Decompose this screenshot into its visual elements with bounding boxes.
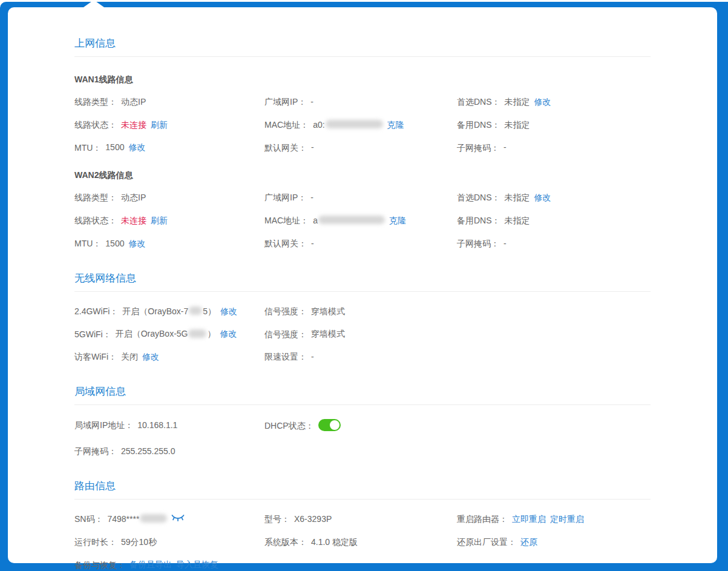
- section-title: 上网信息: [74, 38, 651, 50]
- wifi-5g-ssid-redacted: [188, 329, 206, 338]
- wan2-mtu-modify-link[interactable]: 修改: [128, 239, 145, 248]
- info-row: 线路状态：未连接刷新MAC地址：a克隆备用DNS：未指定: [74, 215, 651, 226]
- field-value: 关闭: [121, 352, 138, 361]
- info-row: 线路类型：动态IP广域网IP：-首选DNS：未指定修改: [74, 192, 651, 203]
- wan2-mac-clone-link[interactable]: 克隆: [389, 216, 406, 225]
- wan1-mtu-modify-link[interactable]: 修改: [128, 142, 145, 152]
- wan2-mac-redacted: [318, 216, 385, 224]
- info-field: MAC地址：a0:克隆: [264, 119, 457, 130]
- field-value: 穿墙模式: [311, 329, 345, 338]
- info-field: 子网掩码：-: [457, 142, 651, 153]
- field-label: 5GWiFi：: [74, 329, 111, 338]
- backup-export-link[interactable]: 备份且导出: [130, 559, 172, 569]
- info-field: SN码：7498****: [74, 513, 264, 524]
- wifi-24g-modify-link[interactable]: 修改: [220, 306, 237, 316]
- field-value: -: [311, 352, 314, 361]
- field-label: 首选DNS：: [457, 97, 500, 107]
- wan1-refresh-link[interactable]: 刷新: [151, 120, 168, 130]
- info-field: 限速设置：-: [264, 351, 651, 362]
- field-label: 备用DNS：: [457, 216, 500, 225]
- info-field: MTU：1500修改: [74, 142, 264, 153]
- field-label: 首选DNS：: [457, 193, 500, 202]
- group-subtitle: WAN2线路信息: [74, 170, 651, 180]
- field-value: 未指定: [505, 193, 530, 202]
- wan1-dns-modify-link[interactable]: 修改: [534, 97, 551, 107]
- dhcp-toggle[interactable]: [318, 419, 341, 431]
- sn-redacted: [140, 514, 167, 523]
- import-restore-link[interactable]: 导入且恢复: [176, 559, 218, 569]
- info-field: 局域网IP地址：10.168.1.1: [74, 420, 264, 431]
- info-row: SN码：7498****型号：X6-3293P重启路由器：立即重启定时重启: [74, 513, 651, 524]
- info-field: MAC地址：a克隆: [264, 215, 457, 226]
- field-value: 1500: [105, 142, 124, 152]
- reboot-schedule-link[interactable]: 定时重启: [550, 514, 584, 524]
- status-panel: 上网信息WAN1线路信息线路类型：动态IP广域网IP：-首选DNS：未指定修改线…: [8, 7, 717, 563]
- info-field: 系统版本：4.1.0 稳定版: [264, 536, 457, 547]
- section-lan-info: 局域网信息局域网IP地址：10.168.1.1DHCP状态：子网掩码：255.2…: [74, 386, 651, 457]
- info-field: 信号强度：穿墙模式: [264, 306, 651, 317]
- info-field: 线路类型：动态IP: [74, 192, 264, 203]
- field-value: -: [503, 142, 507, 152]
- info-field: 默认网关：-: [264, 142, 457, 153]
- wifi-5g-modify-link[interactable]: 修改: [220, 329, 237, 338]
- info-field: 子网掩码：255.255.255.0: [74, 446, 264, 457]
- field-value: a: [313, 216, 318, 225]
- info-field: 备用DNS：未指定: [457, 119, 651, 130]
- field-label: 信号强度：: [264, 306, 307, 316]
- sn-visibility-icon[interactable]: [171, 514, 185, 522]
- section-title: 无线网络信息: [74, 272, 651, 285]
- wan2-refresh-link[interactable]: 刷新: [151, 216, 168, 225]
- info-row: 2.4GWiFi：开启（OrayBox-75）修改信号强度：穿墙模式: [74, 306, 651, 317]
- field-label: 系统版本：: [264, 537, 307, 547]
- field-label: 子网掩码：: [74, 446, 117, 456]
- field-label: 广域网IP：: [264, 193, 306, 202]
- field-label: 信号强度：: [264, 329, 307, 338]
- section-divider: [74, 499, 651, 500]
- info-field: MTU：1500修改: [74, 238, 264, 249]
- field-label: 默认网关：: [264, 239, 307, 248]
- factory-reset-link[interactable]: 还原: [520, 537, 537, 547]
- info-field: 型号：X6-3293P: [264, 513, 457, 524]
- field-value: 穿墙模式: [311, 306, 345, 316]
- info-field: 线路类型：动态IP: [74, 96, 264, 107]
- wan1-mac-clone-link[interactable]: 克隆: [387, 120, 404, 130]
- info-field: 重启路由器：立即重启定时重启: [457, 513, 651, 524]
- field-label: MAC地址：: [264, 120, 309, 130]
- info-row: MTU：1500修改默认网关：-子网掩码：-: [74, 142, 651, 153]
- field-label: 重启路由器：: [457, 514, 508, 524]
- field-value: ）: [207, 329, 215, 338]
- section-title: 路由信息: [74, 480, 651, 492]
- reboot-now-link[interactable]: 立即重启: [512, 514, 546, 524]
- section-title: 局域网信息: [74, 386, 651, 398]
- info-field: 2.4GWiFi：开启（OrayBox-75）修改: [74, 306, 264, 317]
- info-row: 线路状态：未连接刷新MAC地址：a0:克隆备用DNS：未指定: [74, 119, 651, 130]
- group-subtitle: WAN1线路信息: [74, 74, 651, 84]
- field-label: DHCP状态：: [264, 421, 314, 431]
- field-value: 255.255.255.0: [121, 446, 175, 456]
- field-value: 10.168.1.1: [137, 420, 177, 430]
- guest-wifi-modify-link[interactable]: 修改: [142, 352, 159, 361]
- section-divider: [74, 56, 651, 57]
- field-label: 备份与恢复：: [74, 559, 125, 569]
- field-value: 1500: [105, 239, 124, 248]
- section-internet-info: 上网信息WAN1线路信息线路类型：动态IP广域网IP：-首选DNS：未指定修改线…: [74, 38, 651, 249]
- field-label: 还原出厂设置：: [457, 537, 516, 547]
- wan2-dns-modify-link[interactable]: 修改: [534, 193, 551, 202]
- info-row: 线路类型：动态IP广域网IP：-首选DNS：未指定修改: [74, 96, 651, 107]
- field-value: 动态IP: [121, 193, 146, 202]
- field-value: 未指定: [505, 97, 530, 107]
- field-value: X6-3293P: [294, 514, 332, 524]
- field-value: 7498****: [107, 514, 139, 524]
- field-label: 2.4GWiFi：: [74, 306, 118, 316]
- field-label: SN码：: [74, 514, 103, 524]
- info-field: 运行时长：59分10秒: [74, 536, 264, 547]
- field-value: 4.1.0 稳定版: [311, 537, 358, 547]
- info-row: 备份与恢复：备份且导出导入且恢复: [74, 559, 651, 570]
- field-label: 线路类型：: [74, 193, 117, 202]
- info-field: 线路状态：未连接刷新: [74, 119, 264, 130]
- info-field: 子网掩码：-: [457, 238, 651, 249]
- field-label: 限速设置：: [264, 352, 307, 361]
- info-field: 首选DNS：未指定修改: [457, 96, 651, 107]
- field-label: 默认网关：: [264, 142, 307, 152]
- field-label: MTU：: [74, 239, 101, 248]
